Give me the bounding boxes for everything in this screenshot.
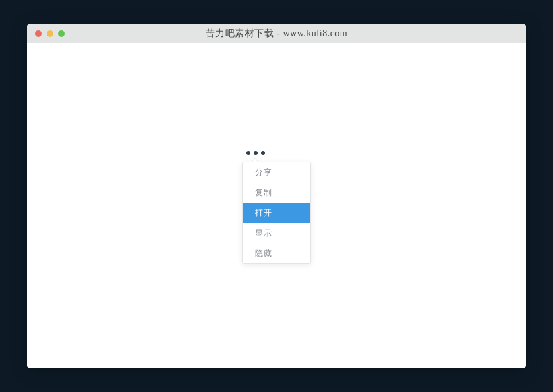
minimize-icon[interactable] xyxy=(47,30,53,37)
dot-icon xyxy=(254,151,258,155)
dropdown-menu: 分享 复制 打开 显示 隐藏 xyxy=(242,162,311,264)
dot-icon xyxy=(261,151,265,155)
maximize-icon[interactable] xyxy=(58,30,65,37)
titlebar: 苦力吧素材下载 - www.kuli8.com xyxy=(27,24,526,43)
close-icon[interactable] xyxy=(35,30,42,37)
window-title: 苦力吧素材下载 - www.kuli8.com xyxy=(27,28,526,40)
app-window: 苦力吧素材下载 - www.kuli8.com 分享 复制 打开 显示 隐藏 xyxy=(27,24,526,368)
menu-item-share[interactable]: 分享 xyxy=(243,162,310,183)
dropdown-container: 分享 复制 打开 显示 隐藏 xyxy=(242,151,311,264)
menu-item-copy[interactable]: 复制 xyxy=(243,183,310,203)
menu-item-show[interactable]: 显示 xyxy=(243,223,310,243)
menu-item-open[interactable]: 打开 xyxy=(243,203,310,223)
traffic-lights xyxy=(35,30,65,37)
dot-icon xyxy=(246,151,250,155)
content-area: 分享 复制 打开 显示 隐藏 xyxy=(27,43,526,368)
more-icon[interactable] xyxy=(246,151,311,155)
menu-item-hide[interactable]: 隐藏 xyxy=(243,243,310,263)
